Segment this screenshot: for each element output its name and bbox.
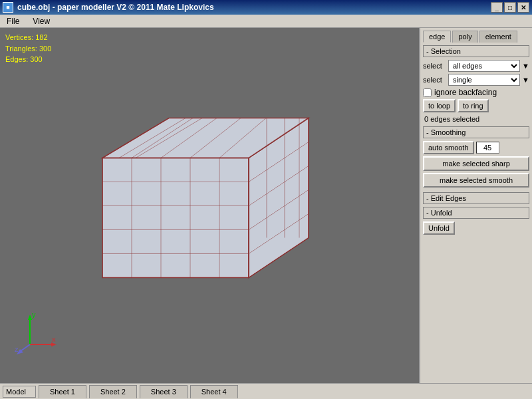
cube-area [63, 92, 315, 320]
menu-file[interactable]: File [3, 15, 23, 27]
model-label: Model [3, 386, 36, 398]
select-single-dropdown[interactable]: single loop ring [448, 74, 520, 86]
maximize-button[interactable]: □ [504, 2, 516, 13]
select-all-label: select [423, 62, 446, 70]
unfold-button[interactable]: Unfold [423, 221, 455, 235]
viewport[interactable]: Vertices: 182 Triangles: 300 Edges: 300 [0, 28, 419, 383]
close-button[interactable]: ✕ [517, 2, 529, 13]
make-smooth-row: make selected smooth [423, 173, 529, 190]
section-selection-header: - Selection [423, 45, 529, 57]
sheet-tab-3[interactable]: Sheet 3 [140, 385, 188, 398]
select-single-label: select [423, 76, 446, 84]
stat-vertices: Vertices: 182 [5, 32, 51, 43]
window-controls[interactable]: _ □ ✕ [491, 2, 529, 13]
menu-bar: File View [0, 15, 532, 28]
to-loop-button[interactable]: to loop [423, 99, 456, 112]
sheet-tab-2[interactable]: Sheet 2 [89, 385, 137, 398]
select-all-row: select all edges sharp edges seam edges … [423, 60, 529, 72]
dropdown-arrow-1: ▼ [522, 62, 529, 70]
ignore-backfacing-row: ignore backfacing [423, 88, 529, 97]
status-bar: Model Sheet 1 Sheet 2 Sheet 3 Sheet 4 [0, 383, 532, 399]
to-ring-button[interactable]: to ring [458, 99, 489, 112]
svg-text:z: z [15, 345, 19, 353]
stats: Vertices: 182 Triangles: 300 Edges: 300 [5, 32, 51, 65]
axis-indicator: y x z [13, 308, 60, 356]
stat-triangles: Triangles: 300 [5, 43, 51, 55]
svg-text:x: x [52, 335, 56, 343]
auto-smooth-button[interactable]: auto smooth [423, 141, 474, 154]
stat-edges: Edges: 300 [5, 54, 51, 65]
sheet-tab-1[interactable]: Sheet 1 [39, 385, 86, 398]
app-icon: ■ [3, 2, 13, 13]
menu-view[interactable]: View [29, 15, 54, 27]
main-container: Vertices: 182 Triangles: 300 Edges: 300 [0, 28, 532, 383]
section-smoothing-header: - Smoothing [423, 126, 529, 138]
window-title: cube.obj - paper modeller V2 © 2011 Mate… [17, 3, 214, 12]
section-editedges-header: - Edit Edges [423, 192, 529, 204]
sheet-tab-4[interactable]: Sheet 4 [190, 385, 238, 398]
axis-svg: y x z [13, 308, 60, 354]
edges-selected-status: 0 edges selected [423, 114, 529, 124]
section-unfold-header: - Unfold [423, 207, 529, 219]
tab-poly[interactable]: poly [452, 31, 477, 43]
select-single-row: select single loop ring ▼ [423, 74, 529, 86]
right-panel: edge poly element - Selection select all… [419, 28, 532, 383]
panel-tabs: edge poly element [423, 31, 529, 43]
cube-svg [63, 92, 315, 318]
tab-element[interactable]: element [479, 31, 517, 43]
title-bar: ■ cube.obj - paper modeller V2 © 2011 Ma… [0, 0, 532, 15]
unfold-button-row: Unfold [423, 221, 529, 235]
select-all-dropdown[interactable]: all edges sharp edges seam edges [448, 60, 520, 72]
dropdown-arrow-2: ▼ [522, 76, 529, 84]
auto-smooth-row: auto smooth [423, 141, 529, 154]
ignore-backfacing-label: ignore backfacing [434, 88, 497, 97]
svg-marker-0 [102, 158, 249, 278]
title-bar-left: ■ cube.obj - paper modeller V2 © 2011 Ma… [3, 2, 214, 13]
tab-edge[interactable]: edge [423, 31, 451, 43]
minimize-button[interactable]: _ [491, 2, 503, 13]
loop-ring-row: to loop to ring [423, 99, 529, 112]
auto-smooth-input[interactable] [476, 142, 499, 154]
svg-text:y: y [32, 311, 36, 319]
ignore-backfacing-checkbox[interactable] [423, 88, 432, 97]
make-smooth-button[interactable]: make selected smooth [423, 173, 529, 188]
make-sharp-row: make selected sharp [423, 156, 529, 173]
make-sharp-button[interactable]: make selected sharp [423, 156, 529, 171]
